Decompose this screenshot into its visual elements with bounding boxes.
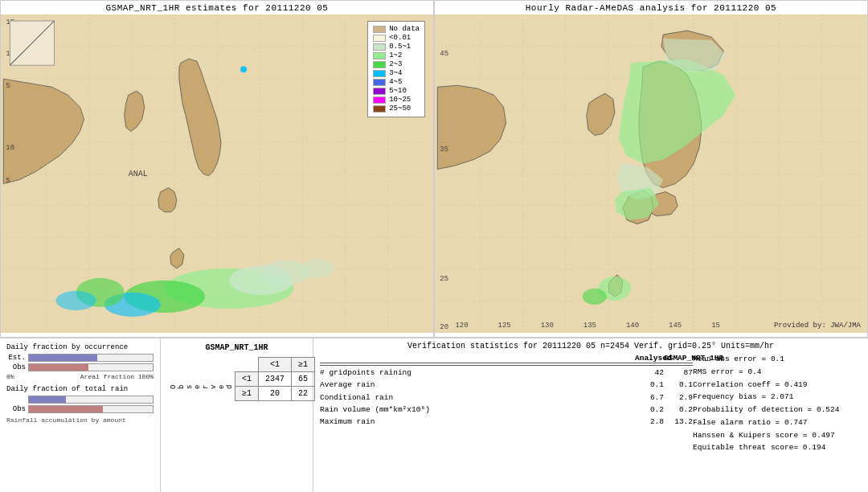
est-bar-track [28,354,154,362]
verif-stats-col: Mean abs error = 0.1 RMS error = 0.4 Cor… [693,354,862,489]
verif-row-val2-2: 2.9 [664,392,693,404]
verif-divider [320,365,693,366]
verif-row-1: Average rain 0.1 0.1 [320,379,693,391]
legend-box: No data <0.01 0.5~1 1~2 [367,21,425,117]
est-bar-row2 [6,396,154,404]
verif-col-label [320,354,635,363]
cell-11: 22 [292,387,315,401]
verif-cols: Analysed GSMAP_NRT_1HR # gridpoints rain… [320,354,862,489]
verif-header-row: Analysed GSMAP_NRT_1HR [320,354,693,363]
legend-item-8: 25~50 [373,105,420,113]
svg-point-24 [55,291,96,310]
verif-row-2: Conditional rain 6.7 2.9 [320,392,693,404]
legend-item-2: 1~2 [373,51,420,59]
legend-item-6: 5~10 [373,87,420,95]
svg-text:125: 125 [498,321,511,330]
cell-01: 65 [292,372,315,387]
svg-text:5: 5 [6,81,10,90]
legend-item-0: <0.01 [373,34,420,42]
svg-text:20: 20 [440,322,448,331]
cell-00: 2347 [259,372,292,387]
contingency-title: GSMAP_NRT_1HR [167,343,306,352]
svg-text:15: 15 [711,321,720,330]
contingency-panel: GSMAP_NRT_1HR <1 ≥1 Observed <1 2347 [161,338,313,492]
stat-3: Frequency bias = 2.071 [693,392,862,403]
legend-item-4: 3~4 [373,69,420,77]
svg-text:10: 10 [6,143,14,152]
svg-point-27 [240,66,247,72]
cell-10: 20 [259,387,292,401]
svg-text:ANAL: ANAL [129,170,148,178]
maps-row: GSMAP_NRT_1HR estimates for 20111220 05 [0,0,868,338]
legend-item-3: 2~3 [373,60,420,68]
section2-chart: Daily fraction of total rain Obs Rainfal… [6,385,154,424]
verif-row-val2-4: 13.2 [664,416,693,428]
svg-text:35: 35 [440,145,448,154]
legend-label-7: 10~25 [389,96,411,104]
svg-text:135: 135 [583,321,596,330]
est-bar-row: Est. [6,354,154,362]
legend-label-0: <0.01 [389,34,411,42]
section1-title: Daily fraction by occurrence [6,343,154,351]
section2-title: Daily fraction of total rain [6,385,154,393]
est-bar-track2 [28,396,154,404]
obs-label-cell: Observed [167,372,235,401]
legend-label-8: 25~50 [389,105,411,113]
right-map-area: 45 35 25 20 120 125 130 135 140 145 15 P… [435,14,867,333]
legend-label-6: 5~10 [389,87,407,95]
obs-bar-label2: Obs [6,405,26,413]
verif-row-label-0: # gridpoints raining [320,367,635,379]
verif-row-val2-1: 0.1 [664,379,693,391]
verif-row-val1-0: 42 [635,367,664,379]
verif-col-val1: Analysed [635,354,664,363]
stat-6: Hanssen & Kuipers score = 0.497 [693,430,862,441]
verification-panel: Verification statistics for 20111220 05 … [313,338,868,492]
row-header-2: ≥1 [235,387,259,401]
verif-row-val1-3: 0.2 [635,404,664,416]
main-container: GSMAP_NRT_1HR estimates for 20111220 05 [0,0,868,492]
verif-row-label-3: Rain volume (mm*km²x10⁶) [320,404,635,416]
obs-bar-label1: Obs [6,363,26,371]
section1-axis: 0% Areal fraction 100% [6,373,154,380]
legend-label-5: 4~5 [389,78,402,86]
stat-2: Correlation coeff = 0.419 [693,379,862,391]
right-map-title: Hourly Radar-AMeDAS analysis for 2011122… [435,1,867,14]
svg-text:5: 5 [6,176,10,185]
verif-row-3: Rain volume (mm*km²x10⁶) 0.2 0.2 [320,404,693,416]
provided-by: Provided by: JWA/JMA [774,322,861,330]
section1-chart: Daily fraction by occurrence Est. Obs 0%… [6,343,154,380]
legend-label-3: 2~3 [389,60,402,68]
verif-row-label-4: Maximum rain [320,416,635,428]
legend-label-1: 0.5~1 [389,43,411,51]
svg-text:130: 130 [541,321,554,330]
svg-text:145: 145 [669,321,682,330]
legend-label-4: 3~4 [389,69,402,77]
col-header-1: <1 [259,358,292,372]
right-map-svg: 45 35 25 20 120 125 130 135 140 145 15 [435,14,867,333]
left-map-area: 15 10 5 10 5 ANAL No data [1,14,433,333]
stat-5: False alarm ratio = 0.747 [693,417,862,428]
stat-1: RMS error = 0.4 [693,367,862,378]
verif-row-0: # gridpoints raining 42 87 [320,367,693,379]
right-map-panel: Hourly Radar-AMeDAS analysis for 2011122… [434,0,868,338]
left-map-panel: GSMAP_NRT_1HR estimates for 20111220 05 [0,0,434,338]
est-bar-fill [29,355,97,361]
obs-bar-fill1 [29,364,88,371]
legend-label-nodata: No data [389,25,420,33]
svg-point-56 [583,289,607,305]
obs-bar-row1: Obs [6,363,154,371]
est-bar-fill2 [29,396,66,403]
legend-item-nodata: No data [373,25,420,33]
svg-text:25: 25 [440,274,448,283]
svg-text:140: 140 [626,321,639,330]
legend-item-1: 0.5~1 [373,43,420,51]
obs-bar-row2: Obs [6,405,154,413]
contingency-table: <1 ≥1 Observed <1 2347 65 ≥1 20 22 [167,357,315,401]
verif-row-val1-4: 2.8 [635,416,664,428]
verif-title: Verification statistics for 20111220 05 … [320,342,862,351]
obs-bar-fill2 [29,406,103,412]
legend-item-5: 4~5 [373,78,420,86]
legend-item-7: 10~25 [373,96,420,104]
verif-row-val2-0: 87 [664,367,693,379]
verif-row-label-1: Average rain [320,379,635,391]
